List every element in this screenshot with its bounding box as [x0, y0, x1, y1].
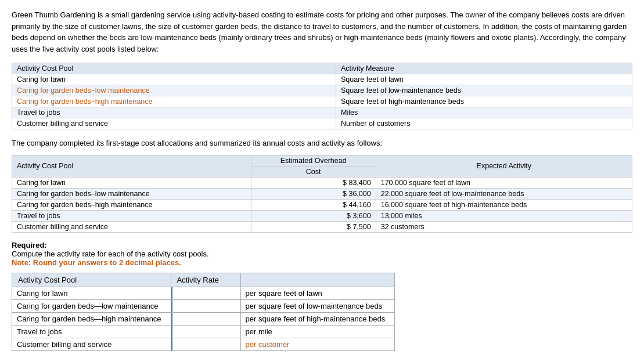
- answer-pool-2: Caring for garden beds—high maintenance: [12, 312, 171, 325]
- answer-table: Activity Cost Pool Activity Rate Caring …: [12, 273, 395, 351]
- overhead-activity-3: 13,000 miles: [376, 210, 632, 221]
- first-activity-table: Activity Cost Pool Activity Measure Cari…: [12, 63, 632, 129]
- overhead-cost-2: $ 44,160: [251, 199, 376, 210]
- answer-col1-header: Activity Cost Pool: [12, 273, 171, 287]
- answer-col3-header: [240, 273, 394, 287]
- answer-input-cell-0: [171, 287, 240, 299]
- col-header-pool: Activity Cost Pool: [12, 63, 336, 74]
- overhead-pool-3: Travel to jobs: [12, 210, 251, 221]
- required-text: Compute the activity rate for each of th…: [12, 249, 209, 258]
- answer-input-3[interactable]: [171, 326, 240, 338]
- answer-input-cell-4: [171, 338, 240, 350]
- first-table-pool-0: Caring for lawn: [12, 74, 336, 85]
- answer-pool-1: Caring for garden beds—low maintenance: [12, 299, 171, 312]
- first-table-measure-2: Square feet of high-maintenance beds: [336, 96, 632, 107]
- overhead-col2-header-line1: Estimated Overhead: [251, 155, 376, 166]
- overhead-col3-header: Expected Activity: [376, 155, 632, 177]
- overhead-pool-4: Customer billing and service: [12, 221, 251, 232]
- overhead-activity-4: 32 customers: [376, 221, 632, 232]
- answer-col2-header: Activity Rate: [171, 273, 240, 287]
- first-activity-table-section: Activity Cost Pool Activity Measure Cari…: [12, 63, 632, 129]
- first-table-measure-4: Number of customers: [336, 118, 632, 129]
- overhead-table: Activity Cost Pool Estimated Overhead Ex…: [12, 155, 632, 233]
- overhead-activity-0: 170,000 square feet of lawn: [376, 177, 632, 188]
- answer-unit-0: per square feet of lawn: [240, 287, 394, 299]
- first-table-pool-1: Caring for garden beds–low maintenance: [12, 85, 336, 96]
- answer-pool-4: Customer billing and service: [12, 338, 171, 350]
- required-section: Required: Compute the activity rate for …: [12, 241, 632, 267]
- col-header-measure: Activity Measure: [336, 63, 632, 74]
- section-text: The company completed its first-stage co…: [12, 138, 632, 149]
- first-table-measure-1: Square feet of low-maintenance beds: [336, 85, 632, 96]
- first-table-pool-3: Travel to jobs: [12, 107, 336, 118]
- overhead-cost-4: $ 7,500: [251, 221, 376, 232]
- required-title: Required:: [12, 241, 47, 249]
- overhead-pool-2: Caring for garden beds–high maintenance: [12, 199, 251, 210]
- overhead-cost-1: $ 36,000: [251, 188, 376, 199]
- intro-paragraph: Green Thumb Gardening is a small gardeni…: [12, 9, 632, 55]
- overhead-pool-1: Caring for garden beds–low maintenance: [12, 188, 251, 199]
- required-note: Note: Round your answers to 2 decimal pl…: [12, 258, 181, 267]
- answer-unit-2: per square feet of high-maintenance beds: [240, 312, 394, 325]
- first-table-pool-4: Customer billing and service: [12, 118, 336, 129]
- first-table-pool-2: Caring for garden beds–high maintenance: [12, 96, 336, 107]
- overhead-activity-2: 16,000 square feet of high-maintenance b…: [376, 199, 632, 210]
- overhead-activity-1: 22,000 square feet of low-maintenance be…: [376, 188, 632, 199]
- answer-input-cell-3: [171, 325, 240, 338]
- overhead-pool-0: Caring for lawn: [12, 177, 251, 188]
- answer-unit-3: per mile: [240, 325, 394, 338]
- answer-unit-4: per customer: [240, 338, 394, 350]
- overhead-cost-3: $ 3,600: [251, 210, 376, 221]
- overhead-col2-header-line2: Cost: [251, 166, 376, 177]
- answer-unit-1: per square feet of low-maintenance beds: [240, 299, 394, 312]
- answer-input-cell-2: [171, 312, 240, 325]
- answer-input-4[interactable]: [171, 338, 240, 350]
- answer-input-1[interactable]: [171, 300, 240, 312]
- first-table-measure-0: Square feet of lawn: [336, 74, 632, 85]
- overhead-col1-header: Activity Cost Pool: [12, 155, 251, 177]
- overhead-table-section: Activity Cost Pool Estimated Overhead Ex…: [12, 155, 632, 233]
- overhead-cost-0: $ 83,400: [251, 177, 376, 188]
- answer-pool-3: Travel to jobs: [12, 325, 171, 338]
- answer-input-0[interactable]: [171, 287, 240, 299]
- answer-input-2[interactable]: [171, 313, 240, 325]
- first-table-measure-3: Miles: [336, 107, 632, 118]
- answer-input-cell-1: [171, 299, 240, 312]
- answer-pool-0: Caring for lawn: [12, 287, 171, 299]
